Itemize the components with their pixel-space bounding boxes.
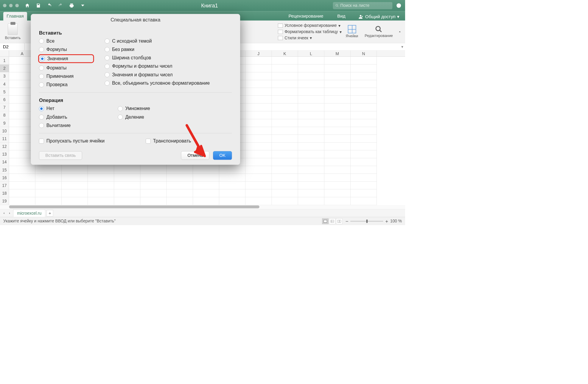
page-break-view-icon[interactable] — [336, 218, 343, 224]
zoom-slider[interactable] — [350, 221, 383, 222]
row-header[interactable]: 19 — [0, 197, 9, 205]
cell[interactable] — [324, 166, 351, 174]
cell[interactable] — [245, 64, 272, 72]
zoom-thumb[interactable] — [366, 219, 368, 223]
sheet-nav-next-icon[interactable] — [7, 211, 12, 215]
radio-option[interactable]: Умножение — [118, 106, 150, 112]
cell[interactable] — [324, 64, 351, 72]
cell[interactable] — [298, 80, 324, 88]
cell[interactable] — [114, 189, 140, 197]
cell[interactable] — [88, 166, 114, 174]
radio-option[interactable]: Вычитание — [39, 123, 71, 128]
cell[interactable] — [193, 197, 219, 205]
format-as-table-button[interactable]: Форматировать как таблицу ▾ — [278, 29, 342, 34]
add-sheet-button[interactable]: + — [46, 210, 53, 216]
row-header[interactable]: 15 — [0, 166, 9, 174]
paste-group[interactable]: Вставить — [2, 21, 23, 43]
cell[interactable] — [167, 197, 193, 205]
cell[interactable] — [272, 111, 298, 119]
cell[interactable] — [298, 189, 324, 197]
formula-bar-expand-icon[interactable]: ▼ — [399, 45, 405, 49]
cell[interactable] — [351, 72, 377, 80]
cell[interactable] — [324, 197, 351, 205]
ok-button[interactable]: OK — [213, 151, 232, 160]
cell[interactable] — [298, 57, 324, 64]
cell[interactable] — [245, 143, 272, 150]
cell[interactable] — [272, 135, 298, 143]
row-header[interactable]: 3 — [0, 72, 9, 80]
tab-review[interactable]: Рецензирование — [285, 12, 326, 21]
cell[interactable] — [272, 88, 298, 96]
cell[interactable] — [272, 158, 298, 166]
cell[interactable] — [351, 158, 377, 166]
cell[interactable] — [245, 166, 272, 174]
cell[interactable] — [193, 189, 219, 197]
cell[interactable] — [88, 197, 114, 205]
minimize-icon[interactable] — [9, 4, 13, 7]
radio-option[interactable]: Нет — [39, 106, 71, 112]
cell[interactable] — [140, 166, 167, 174]
radio-option[interactable]: Значения — [40, 56, 92, 61]
cell[interactable] — [324, 150, 351, 158]
cell[interactable] — [324, 158, 351, 166]
cell[interactable] — [272, 127, 298, 135]
normal-view-icon[interactable] — [322, 218, 329, 224]
column-header[interactable]: J — [245, 50, 272, 56]
row-header[interactable]: 5 — [0, 88, 9, 96]
radio-option[interactable]: Деление — [118, 114, 150, 120]
radio-option[interactable]: С исходной темой — [105, 38, 210, 44]
cell[interactable] — [62, 166, 88, 174]
sheet-nav-prev-icon[interactable] — [2, 211, 6, 215]
row-header[interactable]: 16 — [0, 174, 9, 182]
cell[interactable] — [272, 57, 298, 64]
radio-option[interactable]: Примечания — [39, 74, 92, 79]
save-icon[interactable] — [35, 2, 42, 9]
cell[interactable] — [167, 182, 193, 189]
redo-icon[interactable] — [57, 2, 64, 9]
cell[interactable] — [272, 197, 298, 205]
cell[interactable] — [9, 174, 35, 182]
cell[interactable] — [35, 189, 62, 197]
cell[interactable] — [245, 103, 272, 111]
cell[interactable] — [245, 150, 272, 158]
row-header[interactable]: 6 — [0, 96, 9, 103]
radio-option[interactable]: Значения и форматы чисел — [105, 72, 210, 78]
column-header[interactable]: N — [351, 50, 377, 56]
cell[interactable] — [245, 174, 272, 182]
qat-dropdown-icon[interactable] — [79, 2, 86, 9]
cell[interactable] — [35, 182, 62, 189]
cell[interactable] — [140, 182, 167, 189]
cell[interactable] — [298, 158, 324, 166]
sheet-tab[interactable]: microexcel.ru — [13, 209, 45, 217]
cell[interactable] — [245, 88, 272, 96]
cell[interactable] — [298, 96, 324, 103]
cell[interactable] — [9, 166, 35, 174]
skip-blanks-checkbox[interactable]: Пропускать пустые ячейки — [39, 138, 105, 144]
radio-option[interactable]: Формулы — [39, 47, 92, 52]
cell[interactable] — [298, 72, 324, 80]
cell[interactable] — [62, 189, 88, 197]
scrollbar-thumb[interactable] — [9, 205, 259, 208]
cell[interactable] — [114, 182, 140, 189]
cell[interactable] — [219, 174, 245, 182]
cell[interactable] — [298, 64, 324, 72]
cell[interactable] — [351, 166, 377, 174]
cell[interactable] — [272, 72, 298, 80]
cell[interactable] — [324, 103, 351, 111]
cell[interactable] — [245, 197, 272, 205]
search-input[interactable] — [340, 3, 390, 8]
cell[interactable] — [245, 80, 272, 88]
row-header[interactable]: 9 — [0, 119, 9, 127]
cell[interactable] — [351, 96, 377, 103]
cell[interactable] — [245, 158, 272, 166]
radio-option[interactable]: Все — [39, 38, 92, 44]
cell-styles-button[interactable]: Стили ячеек ▾ — [278, 35, 342, 41]
cell[interactable] — [219, 166, 245, 174]
cell[interactable] — [140, 189, 167, 197]
cell[interactable] — [193, 166, 219, 174]
search-box[interactable] — [333, 2, 393, 9]
cell[interactable] — [272, 119, 298, 127]
cell[interactable] — [219, 189, 245, 197]
tab-home[interactable]: Главная — [3, 12, 27, 21]
cell[interactable] — [62, 182, 88, 189]
